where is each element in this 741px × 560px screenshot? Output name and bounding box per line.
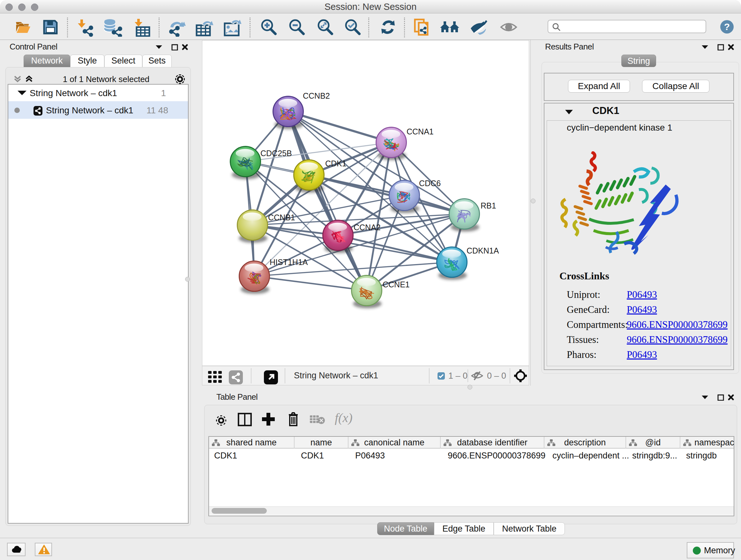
svg-text:?: ?	[724, 21, 730, 32]
svg-text:HIST1H1A: HIST1H1A	[270, 258, 308, 266]
svg-text:CCNB2: CCNB2	[303, 91, 330, 100]
svg-text:CCNB1: CCNB1	[268, 213, 295, 222]
svg-text:CCNA1: CCNA1	[407, 127, 434, 136]
svg-text:RB1: RB1	[481, 201, 496, 210]
svg-text:CDC6: CDC6	[419, 179, 441, 188]
svg-text:CDKN1A: CDKN1A	[467, 246, 499, 255]
svg-text:CCNA2: CCNA2	[354, 223, 381, 232]
svg-text:CDK1: CDK1	[325, 159, 347, 168]
svg-text:CCNE1: CCNE1	[383, 280, 410, 289]
svg-text:CDC25B: CDC25B	[260, 149, 292, 158]
